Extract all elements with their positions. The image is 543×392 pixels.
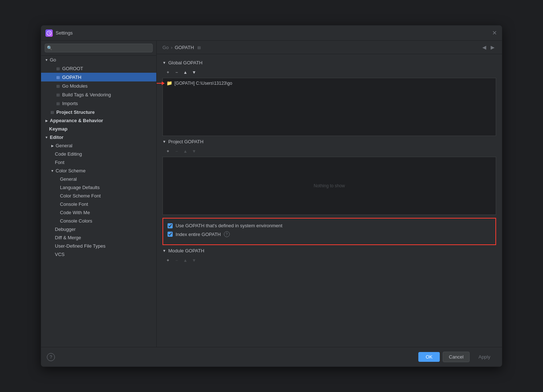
sidebar-item-label: Project Structure xyxy=(56,109,94,115)
search-icon: 🔍 xyxy=(47,45,52,51)
sidebar-item-user-defined[interactable]: User-Defined File Types xyxy=(41,242,156,250)
list-item[interactable]: 📁 [GOPATH] C:\Users\13123\go xyxy=(163,78,496,88)
project-gopath-toolbar: + − ▲ ▼ xyxy=(162,147,496,155)
nav-back-button[interactable]: ◀ xyxy=(481,44,488,51)
section-collapse-arrow[interactable]: ▼ xyxy=(162,249,166,253)
remove-global-button[interactable]: − xyxy=(173,68,181,76)
module-gopath-toolbar: + − ▲ ▼ xyxy=(162,256,496,264)
module-gopath-title: Module GOPATH xyxy=(168,248,204,253)
section-collapse-arrow[interactable]: ▼ xyxy=(162,61,166,65)
breadcrumb: Go › GOPATH ▤ ◀ ▶ xyxy=(157,41,502,54)
sidebar-item-vcs[interactable]: VCS xyxy=(41,250,156,259)
sidebar-item-label: User-Defined File Types xyxy=(55,243,105,249)
sidebar-item-label: Language Defaults xyxy=(60,185,100,190)
footer: ? OK Cancel Apply xyxy=(41,347,502,367)
sidebar-item-color-scheme[interactable]: ▼ Color Scheme xyxy=(41,167,156,175)
down-global-button[interactable]: ▼ xyxy=(190,68,198,76)
search-input[interactable] xyxy=(45,44,153,52)
add-global-button[interactable]: + xyxy=(164,68,172,76)
sidebar-item-build-tags[interactable]: ▤ Build Tags & Vendoring xyxy=(41,90,156,99)
page-icon: ▤ xyxy=(55,83,61,89)
sidebar-item-label: Go Modules xyxy=(62,83,88,89)
help-icon[interactable]: ? xyxy=(224,231,230,237)
sidebar-item-font[interactable]: Font xyxy=(41,158,156,167)
project-gopath-header: ▼ Project GOPATH xyxy=(162,139,496,144)
app-icon xyxy=(45,29,53,37)
sidebar-item-label: General xyxy=(56,143,72,148)
empty-text: Nothing to show xyxy=(314,183,345,188)
sidebar-item-console-colors[interactable]: Console Colors xyxy=(41,217,156,225)
add-project-button[interactable]: + xyxy=(164,147,172,155)
cancel-button[interactable]: Cancel xyxy=(443,352,470,362)
sidebar-item-label: Color Scheme xyxy=(56,168,85,173)
sidebar-item-label: Color Scheme Font xyxy=(60,193,101,199)
sidebar-item-label: GOROOT xyxy=(62,66,83,71)
sidebar-item-diff-merge[interactable]: Diff & Merge xyxy=(41,233,156,242)
close-button[interactable]: ✕ xyxy=(491,30,498,36)
global-gopath-container: 📁 [GOPATH] C:\Users\13123\go xyxy=(162,78,496,136)
apply-button[interactable]: Apply xyxy=(472,352,496,362)
sidebar-item-label: Code With Me xyxy=(60,210,90,215)
index-gopath-label: Index entire GOPATH xyxy=(176,232,221,237)
sidebar-item-goroot[interactable]: ▤ GOROOT xyxy=(41,64,156,73)
sidebar-item-code-editing[interactable]: Code Editing xyxy=(41,150,156,158)
breadcrumb-separator: › xyxy=(171,45,172,50)
arrow-icon: ▼ xyxy=(44,57,49,63)
page-icon: ▤ xyxy=(55,74,61,80)
project-gopath-title: Project GOPATH xyxy=(168,139,204,144)
gopath-options-box: Use GOPATH that's defined in system envi… xyxy=(162,218,496,245)
sidebar-item-code-with-me[interactable]: Code With Me xyxy=(41,208,156,217)
use-gopath-checkbox[interactable] xyxy=(168,223,173,228)
path-text: [GOPATH] C:\Users\13123\go xyxy=(174,81,232,86)
index-gopath-row: Index entire GOPATH ? xyxy=(168,231,491,237)
sidebar-item-label: Keymap xyxy=(49,126,68,132)
page-icon: ▤ xyxy=(49,109,55,115)
ok-button[interactable]: OK xyxy=(418,352,440,362)
sidebar-item-general[interactable]: ▶ General xyxy=(41,141,156,150)
sidebar-item-color-scheme-font[interactable]: Color Scheme Font xyxy=(41,192,156,200)
sidebar-item-imports[interactable]: ▤ Imports xyxy=(41,99,156,108)
sidebar-item-go-modules[interactable]: ▤ Go Modules xyxy=(41,81,156,90)
footer-right: OK Cancel Apply xyxy=(418,352,496,362)
module-gopath-header: ▼ Module GOPATH xyxy=(162,248,496,253)
section-collapse-arrow[interactable]: ▼ xyxy=(162,140,166,144)
sidebar: 🔍 ▼ Go ▤ GOROOT ▤ xyxy=(41,41,157,347)
sidebar-item-lang-defaults[interactable]: Language Defaults xyxy=(41,183,156,192)
sidebar-item-go[interactable]: ▼ Go xyxy=(41,56,156,64)
up-global-button[interactable]: ▲ xyxy=(181,68,189,76)
page-icon: ▤ xyxy=(55,100,61,106)
up-project-button: ▲ xyxy=(181,147,189,155)
up-module-button: ▲ xyxy=(181,256,189,264)
sidebar-item-debugger[interactable]: Debugger xyxy=(41,225,156,233)
sidebar-item-appearance[interactable]: ▶ Appearance & Behavior xyxy=(41,116,156,125)
sidebar-item-label: VCS xyxy=(55,252,65,257)
sidebar-item-label: Appearance & Behavior xyxy=(50,118,103,123)
sidebar-item-label: Editor xyxy=(50,135,64,140)
global-gopath-list: 📁 [GOPATH] C:\Users\13123\go xyxy=(162,78,496,136)
index-gopath-checkbox[interactable] xyxy=(168,232,173,237)
arrow-icon: ▼ xyxy=(44,135,49,140)
use-gopath-row: Use GOPATH that's defined in system envi… xyxy=(168,223,491,228)
breadcrumb-nav: ◀ ▶ xyxy=(481,44,496,51)
nav-forward-button[interactable]: ▶ xyxy=(489,44,496,51)
arrow-icon: ▼ xyxy=(50,168,55,173)
sidebar-item-label: Console Colors xyxy=(60,218,92,224)
add-module-button[interactable]: + xyxy=(164,256,172,264)
breadcrumb-parent: Go xyxy=(162,45,169,50)
remove-project-button: − xyxy=(173,147,181,155)
sidebar-item-editor[interactable]: ▼ Editor xyxy=(41,133,156,141)
title-bar: Settings ✕ xyxy=(41,25,502,41)
global-gopath-toolbar: + − ▲ ▼ xyxy=(162,68,496,76)
breadcrumb-page-icon: ▤ xyxy=(196,44,202,50)
sidebar-item-label: Console Font xyxy=(60,201,88,207)
sidebar-item-cs-general[interactable]: General xyxy=(41,175,156,183)
arrow-icon: ▶ xyxy=(50,143,55,148)
sidebar-item-keymap[interactable]: Keymap xyxy=(41,125,156,133)
sidebar-item-gopath[interactable]: ▤ GOPATH xyxy=(41,73,156,81)
sidebar-item-console-font[interactable]: Console Font xyxy=(41,200,156,208)
down-project-button: ▼ xyxy=(190,147,198,155)
sidebar-tree: ▼ Go ▤ GOROOT ▤ GOPATH ▤ xyxy=(41,56,156,347)
help-button[interactable]: ? xyxy=(47,353,55,361)
sidebar-item-project-structure[interactable]: ▤ Project Structure xyxy=(41,108,156,116)
search-box: 🔍 xyxy=(41,41,156,56)
